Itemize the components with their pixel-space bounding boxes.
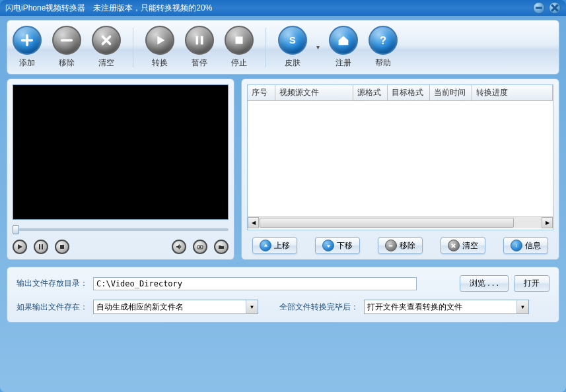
svg-point-12 [199, 246, 201, 248]
arrow-up-icon [260, 240, 271, 251]
window-title: 闪电iPhone视频转换器 未注册版本，只能转换视频的20% [5, 3, 533, 14]
snapshot-button[interactable] [193, 240, 207, 254]
file-exists-select[interactable]: 自动生成相应的新文件名 ▼ [93, 300, 258, 314]
play-icon [145, 26, 174, 55]
after-convert-label: 全部文件转换完毕后： [279, 302, 359, 313]
svg-rect-4 [201, 36, 203, 45]
info-icon: i [511, 240, 522, 251]
skin-button[interactable]: S 皮肤 [277, 26, 308, 69]
home-icon [329, 26, 358, 55]
file-list-panel: 序号 视频源文件 源格式 目标格式 当前时间 转换进度 ◀ ▶ 上移 [241, 79, 559, 260]
main-toolbar: 添加 移除 清空 转换 暂停 停止 [7, 20, 559, 75]
minus-icon [385, 240, 397, 251]
pause-icon [185, 26, 214, 55]
player-pause-button[interactable] [34, 240, 48, 254]
svg-rect-10 [60, 245, 64, 249]
col-progress[interactable]: 转换进度 [472, 85, 553, 100]
chevron-down-icon: ▼ [516, 300, 528, 313]
scroll-left-icon[interactable]: ◀ [248, 217, 259, 228]
output-dir-label: 输出文件存放目录： [17, 278, 88, 289]
pause-button[interactable]: 暂停 [184, 26, 215, 69]
stop-icon [225, 26, 254, 55]
player-play-button[interactable] [13, 240, 27, 254]
seek-slider[interactable] [13, 224, 229, 236]
player-stop-button[interactable] [55, 240, 69, 254]
remove-button[interactable]: 移除 [51, 26, 83, 69]
x-icon [448, 240, 460, 251]
browse-button[interactable]: 浏览 . . . [460, 275, 509, 292]
folder-button[interactable] [214, 240, 229, 254]
open-button[interactable]: 打开 [514, 275, 549, 292]
register-button[interactable]: 注册 [328, 26, 359, 69]
preview-panel [7, 79, 234, 260]
plus-icon [13, 26, 42, 55]
col-curtime[interactable]: 当前时间 [430, 85, 472, 100]
svg-text:i: i [516, 243, 517, 249]
file-exists-label: 如果输出文件存在： [17, 302, 88, 313]
move-up-button[interactable]: 上移 [252, 237, 297, 254]
add-button[interactable]: 添加 [11, 26, 43, 69]
arrow-down-icon [322, 240, 334, 251]
col-index[interactable]: 序号 [248, 85, 275, 100]
minus-icon [52, 26, 81, 55]
minimize-button[interactable] [533, 2, 545, 14]
scroll-right-icon[interactable]: ▶ [542, 217, 553, 228]
svg-rect-3 [196, 36, 199, 45]
stop-button[interactable]: 停止 [223, 26, 255, 69]
x-icon [92, 26, 121, 55]
help-icon: ? [369, 26, 398, 55]
col-srcfmt[interactable]: 源格式 [353, 85, 388, 100]
info-button[interactable]: i 信息 [503, 237, 548, 254]
volume-button[interactable] [172, 240, 186, 254]
col-dstfmt[interactable]: 目标格式 [388, 85, 430, 100]
convert-button[interactable]: 转换 [144, 26, 176, 69]
col-source[interactable]: 视频源文件 [275, 85, 353, 100]
list-clear-button[interactable]: 清空 [441, 237, 485, 254]
svg-rect-5 [236, 37, 243, 44]
svg-rect-9 [42, 244, 43, 249]
move-down-button[interactable]: 下移 [315, 237, 360, 254]
skin-icon: S [278, 26, 307, 55]
video-preview [13, 84, 229, 220]
svg-rect-8 [39, 244, 40, 249]
list-remove-button[interactable]: 移除 [378, 237, 423, 254]
skin-dropdown-icon[interactable]: ▾ [316, 44, 320, 51]
horizontal-scrollbar[interactable]: ◀ ▶ [248, 216, 553, 228]
clear-button[interactable]: 清空 [90, 26, 122, 69]
output-dir-input[interactable] [93, 277, 417, 290]
app-window: 闪电iPhone视频转换器 未注册版本，只能转换视频的20% 添加 移除 清空 [0, 0, 566, 392]
svg-text:S: S [289, 35, 296, 46]
svg-text:?: ? [380, 34, 386, 46]
file-table[interactable]: 序号 视频源文件 源格式 目标格式 当前时间 转换进度 ◀ ▶ [247, 84, 553, 230]
help-button[interactable]: ? 帮助 [367, 26, 399, 69]
after-convert-select[interactable]: 打开文件夹查看转换的文件 ▼ [364, 300, 529, 314]
close-button[interactable] [549, 2, 561, 14]
chevron-down-icon: ▼ [246, 300, 258, 313]
titlebar: 闪电iPhone视频转换器 未注册版本，只能转换视频的20% [0, 0, 566, 16]
output-settings-panel: 输出文件存放目录： 浏览 . . . 打开 如果输出文件存在： 自动生成相应的新… [7, 267, 559, 323]
table-header: 序号 视频源文件 源格式 目标格式 当前时间 转换进度 [248, 85, 553, 101]
table-body[interactable] [248, 101, 553, 216]
